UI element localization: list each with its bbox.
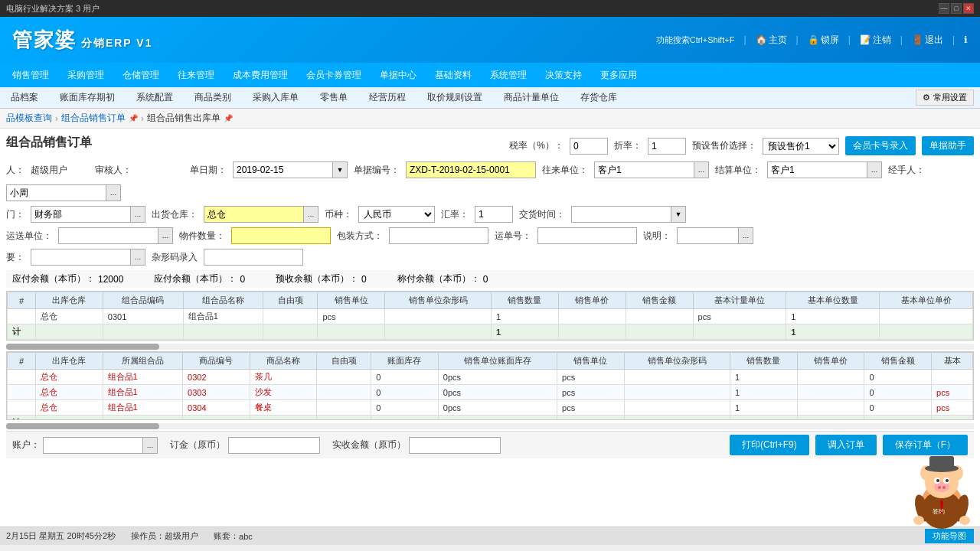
receivable-label: 应付余额（本币）： (154, 272, 237, 285)
pre-pay-label: 称付余额（本币）： (397, 272, 480, 285)
require-input[interactable] (31, 249, 130, 266)
nav-dealings[interactable]: 往来管理 (168, 63, 224, 87)
require-btn[interactable]: … (130, 249, 145, 266)
handler-btn[interactable]: … (106, 184, 121, 201)
status-account-label: 账套： (214, 530, 239, 542)
preset-price-combo: 预设售价1 (763, 138, 839, 155)
logo-subtitle: 分销ERP V1 (77, 37, 152, 49)
table-row[interactable]: 总仓 组合品1 0302 茶几 0 0pcs pcs 1 0 (8, 370, 973, 385)
table-row[interactable]: 总仓 组合品1 0303 沙发 0 0pcs pcs 1 0 pcs (8, 385, 973, 400)
scroll-bar-1[interactable] (6, 344, 974, 350)
toolbar-history[interactable]: 经营历程 (364, 90, 410, 106)
nav-bill-center[interactable]: 单据中心 (371, 63, 426, 87)
scroll-bar-2[interactable] (6, 423, 974, 429)
nav-decision[interactable]: 决策支持 (536, 63, 591, 87)
date-input[interactable] (233, 161, 332, 178)
logout-link[interactable]: 📝 注销 (860, 34, 891, 47)
mascot-svg: 签约 (911, 448, 972, 533)
exchange-label: 汇率： (441, 208, 469, 221)
nav-system[interactable]: 系统管理 (481, 63, 536, 87)
member-card-btn[interactable]: 会员卡号录入 (845, 136, 916, 155)
nav-warehouse[interactable]: 仓储管理 (113, 63, 168, 87)
svg-point-18 (959, 516, 970, 525)
barcode-input[interactable] (204, 249, 303, 266)
settle-input[interactable] (767, 161, 867, 178)
toolbar-stock-wh[interactable]: 存货仓库 (576, 90, 622, 106)
bill-no-input[interactable] (406, 161, 536, 178)
item-count-input[interactable] (231, 227, 331, 244)
combo-table: # 出库仓库 组合品编码 组合品名称 自由项 销售单位 销售单位杂形码 销售数量… (7, 292, 973, 340)
form-row-2: 门： … 出货仓库： … 币种： 人民币 汇率： 交货时间： ▼ (6, 206, 974, 223)
dept-label: 门： (6, 208, 24, 221)
exit-link[interactable]: 🚪 退出 (912, 34, 943, 47)
shipping-btn[interactable]: … (158, 227, 173, 244)
discount-input[interactable] (648, 138, 686, 155)
bc-template[interactable]: 品模板查询 (6, 112, 52, 125)
toolbar-ledger-init[interactable]: 账面库存期初 (55, 90, 119, 106)
bc-combo-sales[interactable]: 组合品销售订单 (61, 112, 126, 125)
auditor-label: 审核人： (95, 164, 132, 177)
pack-input[interactable] (389, 227, 488, 244)
toolbar-purchase-in[interactable]: 采购入库单 (248, 90, 303, 106)
nav-purchase[interactable]: 采购管理 (58, 63, 113, 87)
handler-input[interactable] (6, 184, 106, 201)
info-link[interactable]: ℹ (964, 34, 968, 45)
bill-assistant-btn[interactable]: 单据助手 (922, 136, 974, 155)
date-dropdown-btn[interactable]: ▼ (332, 161, 348, 178)
dept-input[interactable] (31, 206, 130, 223)
received-input[interactable] (409, 437, 501, 454)
form-row-1: 人： 超级用户 审核人： 单日期： ▼ 单据编号： 往来单位： … 结算单位： … (6, 161, 974, 201)
nav-member[interactable]: 会员卡券管理 (297, 63, 371, 87)
shipping-no-input[interactable] (537, 227, 637, 244)
lock-link[interactable]: 🔒 锁屏 (808, 34, 839, 47)
trade-time-label: 交货时间： (519, 208, 565, 221)
account-input[interactable] (43, 437, 142, 454)
toolbar-product-category[interactable]: 商品类别 (190, 90, 236, 106)
window-controls[interactable]: — □ ✕ (939, 3, 974, 14)
account-btn[interactable]: … (142, 437, 158, 454)
toolbar-uom[interactable]: 商品计量单位 (499, 90, 564, 106)
toolbar-retail[interactable]: 零售单 (315, 90, 352, 106)
main-content: 组合品销售订单 税率（%）： 折率： 预设售价选择： 预设售价1 会员卡号录入 … (0, 129, 980, 527)
nav-sales[interactable]: 销售管理 (3, 63, 58, 87)
nav-more[interactable]: 更多应用 (591, 63, 646, 87)
settings-button[interactable]: ⚙ 常用设置 (916, 90, 974, 106)
nav-cost[interactable]: 成本费用管理 (224, 63, 297, 87)
toolbar-sys-config[interactable]: 系统配置 (132, 90, 178, 106)
order-input[interactable] (228, 437, 320, 454)
preset-price-select[interactable]: 预设售价1 (763, 138, 839, 155)
currency-select[interactable]: 人民币 (358, 206, 435, 223)
print-button[interactable]: 打印(Ctrl+F9) (730, 435, 809, 455)
note-btn[interactable]: … (738, 227, 753, 244)
date-combo: ▼ (233, 161, 348, 178)
warehouse-combo: … (204, 206, 318, 223)
nav-basic[interactable]: 基础资料 (426, 63, 481, 87)
exchange-input[interactable] (475, 206, 513, 223)
settle-btn[interactable]: … (867, 161, 882, 178)
maximize-btn[interactable]: □ (951, 3, 962, 14)
trade-time-btn[interactable]: ▼ (671, 206, 686, 223)
table-row[interactable]: 总仓 组合品1 0304 餐桌 0 0pcs pcs 1 0 pcs (8, 400, 973, 416)
summary-row: 应付余额（本币）： 12000 应付余额（本币）： 0 预收余额（本币）： 0 … (6, 270, 974, 288)
to-unit-btn[interactable]: … (694, 161, 709, 178)
th2-num: # (8, 353, 36, 370)
dept-btn[interactable]: … (130, 206, 145, 223)
minimize-btn[interactable]: — (939, 3, 949, 14)
home-link[interactable]: 🏠 主页 (756, 34, 787, 47)
table-row[interactable]: 总仓 0301 组合品1 pcs 1 pcs 1 (8, 309, 973, 324)
shipping-input[interactable] (58, 227, 158, 244)
title-bar: 电脑行业解决方案 3 用户 — □ ✕ (0, 0, 980, 17)
note-input[interactable] (677, 227, 738, 244)
tax-rate-input[interactable] (570, 138, 608, 155)
person-label: 人： (6, 164, 24, 177)
toolbar-price-rule[interactable]: 取价规则设置 (423, 90, 487, 106)
trade-time-input[interactable] (571, 206, 671, 223)
to-unit-input[interactable] (594, 161, 694, 178)
th2-name: 商品名称 (250, 353, 317, 370)
close-btn[interactable]: ✕ (963, 3, 974, 14)
toolbar-product-file[interactable]: 品档案 (6, 90, 43, 106)
warehouse-btn[interactable]: … (303, 206, 318, 223)
bc-pin-icon: 📌 (129, 114, 138, 122)
warehouse-input[interactable] (204, 206, 303, 223)
import-order-button[interactable]: 调入订单 (815, 435, 877, 455)
